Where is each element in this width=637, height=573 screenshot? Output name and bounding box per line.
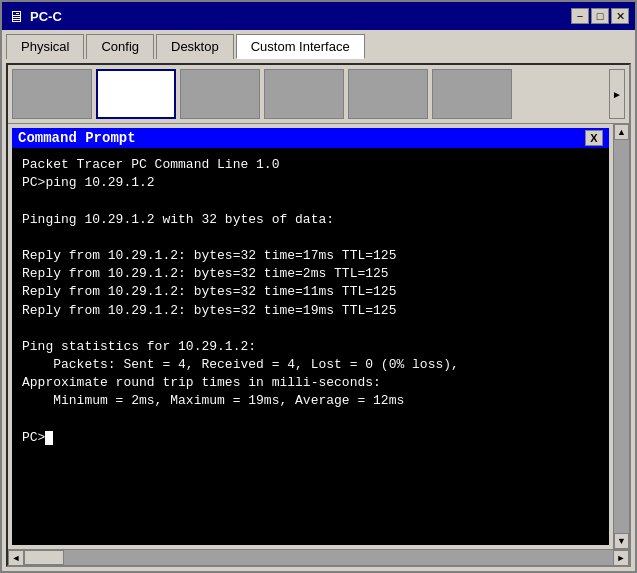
scrollbar-thumb-h[interactable]: [24, 550, 64, 565]
right-scrollbar: ▲ ▼: [613, 124, 629, 549]
main-content-row: Command Prompt X Packet Tracer PC Comman…: [8, 124, 629, 549]
tab-physical[interactable]: Physical: [6, 34, 84, 59]
minimize-button[interactable]: −: [571, 8, 589, 24]
window-icon: 🖥: [8, 8, 24, 24]
scroll-track-horizontal[interactable]: [24, 550, 613, 565]
scroll-track-vertical[interactable]: [614, 140, 629, 533]
nav-tabs: Physical Config Desktop Custom Interface: [2, 30, 635, 59]
content-area: ► Command Prompt X Packet Tracer PC Comm…: [2, 59, 635, 571]
tab-desktop[interactable]: Desktop: [156, 34, 234, 59]
title-bar: 🖥 PC-C − □ ✕: [2, 2, 635, 30]
cmd-body[interactable]: Packet Tracer PC Command Line 1.0 PC>pin…: [12, 148, 609, 545]
close-button[interactable]: ✕: [611, 8, 629, 24]
scroll-up-button[interactable]: ▲: [614, 124, 629, 140]
scroll-left-button[interactable]: ◄: [8, 550, 24, 566]
bottom-scrollbar: ◄ ►: [8, 549, 629, 565]
tab-custom-interface[interactable]: Custom Interface: [236, 34, 365, 59]
thumbnail-4[interactable]: [264, 69, 344, 119]
cmd-output: Packet Tracer PC Command Line 1.0 PC>pin…: [22, 157, 459, 445]
title-bar-left: 🖥 PC-C: [8, 8, 62, 24]
thumbnail-3[interactable]: [180, 69, 260, 119]
window-title: PC-C: [30, 9, 62, 24]
inner-scroll-area: ► Command Prompt X Packet Tracer PC Comm…: [6, 63, 631, 567]
cmd-container: Command Prompt X Packet Tracer PC Comman…: [8, 124, 613, 549]
scroll-down-button[interactable]: ▼: [614, 533, 629, 549]
thumbnail-5[interactable]: [348, 69, 428, 119]
main-window: 🖥 PC-C − □ ✕ Physical Config Desktop Cus…: [0, 0, 637, 573]
scroll-right-button[interactable]: ►: [613, 550, 629, 566]
cmd-cursor: [45, 431, 53, 445]
maximize-button[interactable]: □: [591, 8, 609, 24]
cmd-window: Command Prompt X Packet Tracer PC Comman…: [12, 128, 609, 545]
thumbnail-bar: ►: [8, 65, 629, 124]
cmd-title: Command Prompt: [18, 130, 136, 146]
title-controls: − □ ✕: [571, 8, 629, 24]
tab-config[interactable]: Config: [86, 34, 154, 59]
thumbnail-1[interactable]: [12, 69, 92, 119]
thumbnail-6[interactable]: [432, 69, 512, 119]
thumbnail-scroll-right[interactable]: ►: [609, 69, 625, 119]
thumbnail-2[interactable]: [96, 69, 176, 119]
cmd-close-button[interactable]: X: [585, 130, 603, 146]
cmd-titlebar: Command Prompt X: [12, 128, 609, 148]
